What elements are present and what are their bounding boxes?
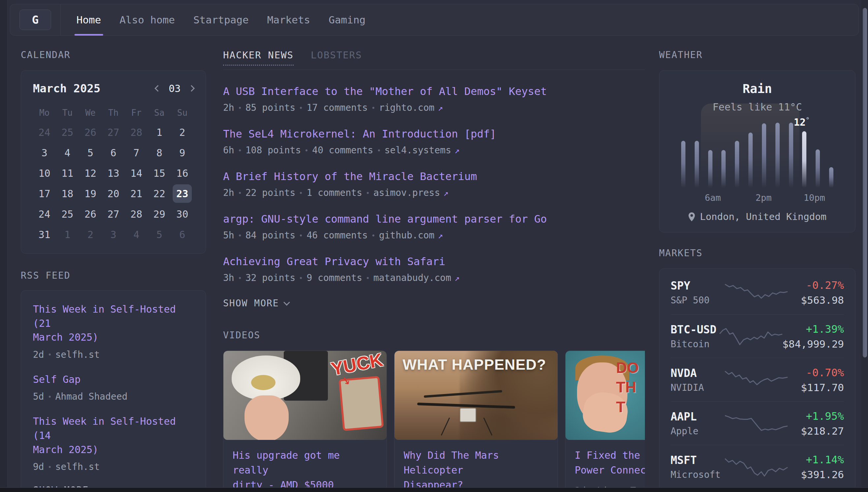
nav-tab-home[interactable]: Home (76, 4, 101, 35)
rss-item-title-link[interactable]: Self Gap (33, 373, 194, 387)
weather-time-label: 6am (705, 193, 721, 203)
calendar-day[interactable]: 6 (171, 224, 194, 245)
next-month-button[interactable] (188, 85, 195, 92)
video-card[interactable]: YUCK ↘ His upgrade got me really dirty -… (223, 350, 387, 492)
calendar-day[interactable]: 29 (148, 204, 171, 224)
rss-item-source: selfh.st (55, 461, 100, 472)
calendar-header: March 2025 03 (33, 82, 194, 95)
news-item-domain-link[interactable]: righto.com (379, 102, 435, 113)
calendar-day[interactable]: 17 (33, 183, 56, 204)
bottom-edge (0, 487, 868, 492)
calendar-day[interactable]: 25 (56, 204, 79, 224)
calendar-day[interactable]: 31 (33, 224, 56, 245)
news-item-title-link[interactable]: The SeL4 Microkernel: An Introduction [p… (223, 128, 496, 140)
nav-tab-also-home[interactable]: Also home (120, 4, 175, 35)
calendar-day[interactable]: 1 (148, 122, 171, 143)
calendar-day[interactable]: 24 (33, 204, 56, 224)
calendar-day[interactable]: 5 (79, 143, 102, 163)
news-item: Achieving Great Privacy with Safari3h32 … (223, 255, 645, 283)
calendar-day[interactable]: 4 (125, 224, 148, 245)
video-card[interactable]: WHAT HAPPENED? Why Did The Mars Helicopt… (394, 350, 558, 492)
calendar-day[interactable]: 19 (79, 183, 102, 204)
calendar-day[interactable]: 4 (56, 143, 79, 163)
calendar-day-today[interactable]: 23 (171, 183, 194, 204)
calendar-day[interactable]: 24 (33, 122, 56, 143)
calendar-day[interactable]: 9 (171, 143, 194, 163)
calendar-day[interactable]: 16 (171, 163, 194, 183)
news-item-age: 3h (223, 272, 234, 283)
weather-bar (708, 150, 712, 188)
news-item-domain-link[interactable]: asimov.press (373, 187, 440, 198)
market-row-nvda[interactable]: NVDANVIDIA-0.70%$117.70 (670, 358, 844, 401)
calendar-day[interactable]: 5 (148, 224, 171, 245)
calendar-day[interactable]: 21 (125, 183, 148, 204)
news-item-title-link[interactable]: A Brief History of the Miracle Bacterium (223, 170, 477, 183)
calendar-day[interactable]: 11 (56, 163, 79, 183)
market-row-msft[interactable]: MSFTMicrosoft+1.14%$391.26 (670, 445, 844, 488)
news-item-domain-link[interactable]: matanabudy.com (373, 272, 451, 283)
rss-item-age: 9d (33, 461, 44, 472)
calendar-day-header: Sa (148, 103, 171, 122)
nav-tab-startpage[interactable]: Startpage (193, 4, 249, 35)
news-item-domain-link[interactable]: sel4.systems (385, 145, 451, 156)
calendar-day[interactable]: 26 (79, 122, 102, 143)
calendar-day[interactable]: 18 (56, 183, 79, 204)
rss-item-title-link[interactable]: This Week in Self-Hosted (14 March 2025) (33, 415, 194, 457)
calendar-day[interactable]: 12 (79, 163, 102, 183)
market-labels: BTC-USDBitcoin (670, 323, 720, 349)
market-row-btc-usd[interactable]: BTC-USDBitcoin+1.39%$84,999.29 (670, 314, 844, 358)
calendar-day[interactable]: 27 (102, 122, 125, 143)
nav-tab-gaming[interactable]: Gaming (328, 4, 365, 35)
calendar-day[interactable]: 13 (102, 163, 125, 183)
market-sparkline (725, 413, 788, 434)
calendar-day[interactable]: 14 (125, 163, 148, 183)
news-item-domain-link[interactable]: github.com (379, 230, 435, 241)
weather-bar (775, 123, 780, 188)
calendar-day-header: Th (102, 103, 125, 122)
calendar-day[interactable]: 2 (171, 122, 194, 143)
calendar-day[interactable]: 22 (148, 183, 171, 204)
helicopter-art (460, 408, 476, 422)
calendar-day[interactable]: 26 (79, 204, 102, 224)
nav-tab-markets[interactable]: Markets (267, 4, 310, 35)
calendar-month-title: March 2025 (33, 82, 101, 95)
calendar-day[interactable]: 3 (33, 143, 56, 163)
news-item-title-link[interactable]: argp: GNU-style command line argument pa… (223, 213, 547, 225)
news-tab-lobsters[interactable]: LOBSTERS (311, 49, 362, 65)
market-row-aapl[interactable]: AAPLApple+1.95%$218.27 (670, 401, 844, 445)
calendar-day[interactable]: 27 (102, 204, 125, 224)
calendar-day[interactable]: 6 (102, 143, 125, 163)
show-more-button[interactable]: SHOW MORE (223, 298, 645, 309)
dot-separator (372, 107, 374, 109)
calendar-day[interactable]: 25 (56, 122, 79, 143)
chevron-down-icon (283, 299, 290, 306)
calendar-day[interactable]: 15 (148, 163, 171, 183)
dot-separator (239, 149, 241, 151)
market-row-spy[interactable]: SPYS&P 500-0.27%$563.98 (670, 271, 844, 314)
rss-item-title-link[interactable]: This Week in Self-Hosted (21 March 2025) (33, 302, 194, 345)
rss-item-age: 5d (33, 391, 44, 402)
calendar-day[interactable]: 8 (148, 143, 171, 163)
calendar-day[interactable]: 20 (102, 183, 125, 204)
market-symbol: NVDA (670, 367, 725, 379)
news-item-title-link[interactable]: A USB Interface to the "Mother of All De… (223, 85, 547, 98)
weather-bar (721, 150, 726, 188)
news-tab-hacker-news[interactable]: HACKER NEWS (223, 49, 294, 66)
scrollbar-track (861, 0, 868, 492)
calendar-day[interactable]: 10 (33, 163, 56, 183)
news-item-title-link[interactable]: Achieving Great Privacy with Safari (223, 255, 445, 268)
videos-section-label: VIDEOS (223, 330, 645, 341)
market-labels: SPYS&P 500 (670, 279, 725, 306)
calendar-day[interactable]: 30 (171, 204, 194, 224)
calendar-day[interactable]: 2 (79, 224, 102, 245)
calendar-day[interactable]: 3 (102, 224, 125, 245)
prev-month-button[interactable] (155, 85, 161, 92)
calendar-day[interactable]: 28 (125, 204, 148, 224)
video-card[interactable]: DO TH T I Fixed the 5 Power Connect 3d L… (565, 350, 645, 492)
news-item-comments: 40 comments (312, 145, 373, 156)
calendar-day[interactable]: 1 (56, 224, 79, 245)
degree-symbol: ° (806, 116, 810, 124)
scrollbar-thumb[interactable] (863, 8, 867, 358)
calendar-day[interactable]: 7 (125, 143, 148, 163)
calendar-day[interactable]: 28 (125, 122, 148, 143)
